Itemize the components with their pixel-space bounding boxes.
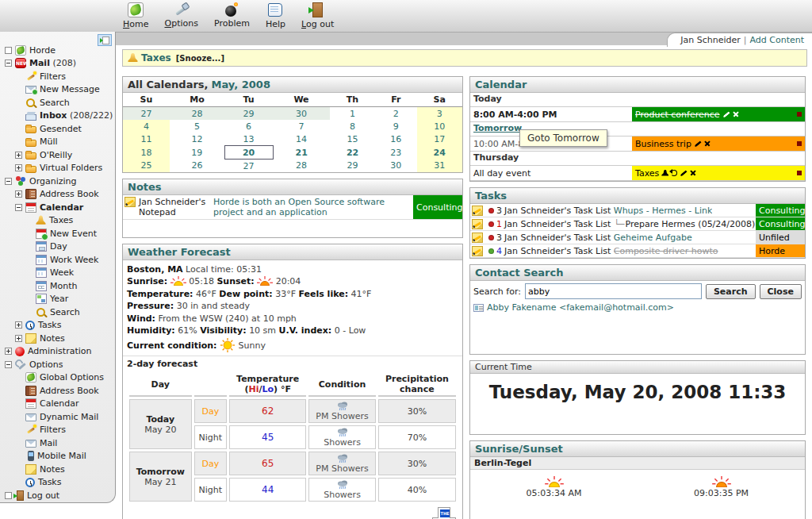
minical-day[interactable]: 18 — [123, 146, 170, 160]
minical-day[interactable]: 5 — [170, 120, 224, 133]
alarm-title-link[interactable]: Taxes — [141, 52, 171, 63]
minical-day[interactable]: 21 — [273, 146, 330, 160]
sidebar-item-inbox[interactable]: Inbox (208/222) — [5, 110, 115, 123]
minical-day[interactable]: 12 — [170, 133, 224, 146]
task-name-link[interactable]: Geheime Aufgabe — [614, 233, 692, 243]
delete-icon[interactable] — [704, 140, 710, 147]
minical-day[interactable]: 28 — [170, 107, 224, 121]
task-name-link[interactable]: Whups - Hermes - Link — [614, 206, 713, 216]
sidebar-item-search[interactable]: Search — [5, 96, 115, 110]
minical-month-link[interactable]: May, 2008 — [212, 79, 270, 90]
sidebar-collapse-icon[interactable] — [98, 34, 112, 46]
task-edit-icon[interactable] — [472, 206, 483, 216]
agenda-day-tomorrow-link[interactable]: Tomorrow — [470, 122, 525, 136]
minical-day[interactable]: 3 — [417, 107, 462, 121]
edit-icon[interactable] — [722, 111, 730, 118]
home-button[interactable]: Home — [123, 2, 149, 29]
sidebar-item-virtual-folders[interactable]: Virtual Folders — [5, 162, 115, 175]
event-product-conference[interactable]: Product conference — [632, 107, 805, 121]
tree-toggle-icon[interactable] — [5, 492, 12, 499]
minical-day[interactable]: 8 — [330, 120, 375, 133]
minical-day[interactable]: 1 — [330, 107, 375, 121]
minical-day[interactable]: 24 — [417, 146, 462, 160]
tree-toggle-icon[interactable] — [5, 348, 12, 355]
minical-day[interactable]: 19 — [170, 146, 224, 160]
tree-toggle-icon[interactable] — [15, 164, 22, 171]
minical-day[interactable]: 13 — [224, 133, 273, 146]
sidebar-item-gesendet[interactable]: Gesendet — [5, 122, 115, 136]
sidebar-item-work-week[interactable]: Work Week — [5, 253, 115, 267]
tree-toggle-icon[interactable] — [5, 47, 12, 54]
minical-day[interactable]: 23 — [375, 146, 416, 160]
minical-day[interactable]: 27 — [123, 107, 170, 121]
sidebar-item-log-out[interactable]: Log out — [5, 489, 115, 502]
sidebar-item-mail[interactable]: Mail (208) — [5, 57, 115, 71]
minical-day[interactable]: 7 — [273, 120, 330, 133]
minical-day[interactable]: 29 — [330, 160, 375, 173]
sidebar-item-calendar[interactable]: Calendar — [5, 201, 115, 214]
minical-day[interactable]: 20 — [224, 146, 273, 160]
minical-day[interactable]: 14 — [273, 133, 330, 146]
tree-toggle-icon[interactable] — [5, 60, 12, 67]
tree-toggle-icon[interactable] — [15, 335, 22, 342]
contact-result[interactable]: Abby Fakename <fakemail@hotmail.com> — [470, 302, 805, 313]
minical-day[interactable]: 22 — [330, 146, 375, 160]
minical-day[interactable]: 27 — [224, 160, 273, 173]
sidebar-item-address-book[interactable]: Address Book — [5, 188, 115, 202]
minical-day[interactable]: 31 — [417, 160, 462, 173]
sidebar-item-month[interactable]: Month — [5, 279, 115, 293]
minical-day[interactable]: 25 — [123, 160, 170, 173]
contact-search-input[interactable] — [525, 283, 702, 299]
logout-button[interactable]: Log out — [301, 2, 334, 29]
sidebar-item-mail[interactable]: Mail — [5, 436, 115, 450]
minical-day[interactable]: 30 — [375, 160, 416, 173]
tree-toggle-icon[interactable] — [15, 321, 22, 329]
tree-toggle-icon[interactable] — [15, 204, 22, 211]
sidebar-item-day[interactable]: Day — [5, 240, 115, 254]
sidebar-item-taxes[interactable]: Taxes — [5, 214, 115, 228]
task-edit-icon[interactable] — [472, 233, 483, 243]
minical-day[interactable]: 29 — [224, 107, 273, 121]
sidebar-item-organizing[interactable]: Organizing — [5, 175, 115, 188]
sidebar-item-filters[interactable]: Filters — [5, 70, 115, 83]
task-edit-icon[interactable] — [472, 246, 483, 256]
minical-day[interactable]: 10 — [417, 120, 462, 133]
sidebar-item-options[interactable]: Options — [5, 358, 115, 371]
minical-day[interactable]: 11 — [123, 133, 170, 146]
sidebar-item-new-message[interactable]: New Message — [5, 83, 115, 97]
minical-day[interactable]: 6 — [224, 120, 273, 133]
options-button[interactable]: Options — [165, 2, 198, 29]
minical-day[interactable]: 4 — [123, 120, 170, 133]
sidebar-item-dynamic-mail[interactable]: Dynamic Mail — [5, 410, 115, 424]
minical-day[interactable]: 9 — [375, 120, 416, 133]
tree-toggle-icon[interactable] — [15, 152, 22, 159]
tree-toggle-icon[interactable] — [5, 361, 12, 368]
sidebar-item-tasks[interactable]: Tasks — [5, 319, 115, 333]
task-edit-icon[interactable] — [472, 219, 483, 229]
sidebar-item-administration[interactable]: Administration — [5, 345, 115, 359]
sidebar-item-year[interactable]: Year — [5, 293, 115, 306]
sidebar-item-notes[interactable]: Notes — [5, 332, 115, 345]
search-button[interactable]: Search — [706, 284, 756, 299]
alarm-snooze-link[interactable]: [Snooze...] — [176, 54, 224, 63]
note-preview-link[interactable]: Horde is both an Open Source software pr… — [210, 195, 413, 219]
sidebar-item-week[interactable]: Week — [5, 267, 115, 280]
sidebar-item-o-reilly[interactable]: O'Reilly — [5, 148, 115, 162]
delete-icon[interactable] — [733, 111, 739, 117]
tree-toggle-icon[interactable] — [15, 190, 22, 198]
minical-day[interactable]: 17 — [417, 133, 462, 146]
sidebar-item-new-event[interactable]: New Event — [5, 227, 115, 240]
edit-icon[interactable] — [680, 170, 688, 177]
help-button[interactable]: Help — [266, 2, 285, 29]
sidebar-item-filters[interactable]: Filters — [5, 424, 115, 437]
minical-day[interactable]: 28 — [273, 160, 330, 173]
sidebar-item-notes[interactable]: Notes — [5, 463, 115, 476]
delete-icon[interactable] — [690, 170, 696, 176]
event-taxes[interactable]: Taxes — [632, 166, 805, 180]
sidebar-item-mobile-mail[interactable]: Mobile Mail — [5, 450, 115, 463]
sidebar-item-address-book[interactable]: Address Book — [5, 384, 115, 398]
sidebar-item-global-options[interactable]: Global Options — [5, 371, 115, 385]
close-button[interactable]: Close — [760, 284, 802, 299]
edit-icon[interactable] — [694, 140, 702, 148]
sidebar-item-calendar[interactable]: Calendar — [5, 398, 115, 411]
